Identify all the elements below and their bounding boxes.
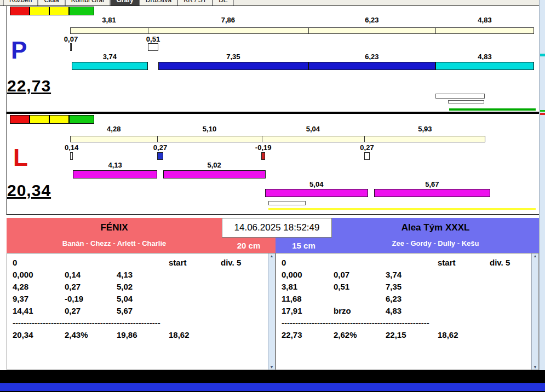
team-right-members: Zee - Gordy - Dully - Kešu	[332, 239, 539, 247]
table-cell: 3,74	[386, 270, 401, 279]
plan-bar-divider	[435, 27, 436, 34]
table-cell: 4,28	[13, 282, 28, 291]
table-cell: 6,23	[386, 294, 401, 303]
plan-bar-divider	[262, 136, 262, 142]
table-cell: 18,62	[169, 330, 190, 339]
run-segment-label: 5,02	[207, 161, 221, 169]
panel-bottom-line	[7, 214, 539, 215]
scroll-down-icon[interactable]: ▼	[532, 365, 538, 370]
lane-total: 20,34	[7, 181, 51, 200]
splits-table-left: 0startdiv. 50,0000,144,134,280,275,029,3…	[7, 253, 276, 370]
run-bar	[435, 62, 534, 70]
table-cell: 0,000	[282, 270, 302, 279]
handover-label: 0,27	[360, 143, 374, 152]
run-bar	[72, 62, 148, 70]
tab-grafy[interactable]: Grafy	[110, 0, 139, 6]
table-cell: 3,81	[282, 282, 297, 291]
scroll-down-icon[interactable]: ▼	[268, 365, 275, 370]
scroll-marker-green	[540, 110, 545, 112]
table-cell: 0,14	[65, 270, 81, 279]
table-cell: 0,51	[334, 282, 349, 291]
table-cell: 17,91	[282, 306, 302, 315]
table-cell: 14,41	[13, 306, 33, 315]
scroll-marker-red	[540, 113, 545, 115]
table-cell: 0,27	[65, 282, 81, 291]
legend-box	[49, 7, 69, 15]
plan-bar-divider	[364, 136, 365, 142]
table-left-scrollbar[interactable]: ▲ ▼	[268, 253, 275, 370]
tab-kombi-graf[interactable]: Kombi Graf	[65, 0, 111, 6]
legend-box	[10, 7, 30, 15]
handover-box	[148, 43, 158, 51]
tab-družstva[interactable]: Družstva	[140, 0, 177, 6]
legend-box	[69, 115, 94, 124]
table-cell: 2,43%	[65, 330, 88, 339]
handover-box	[364, 152, 370, 160]
panel-separator	[7, 112, 539, 114]
table-cell: start	[169, 258, 187, 267]
handover-label: 0,14	[65, 143, 78, 152]
plan-segment-label: 3,81	[102, 16, 116, 24]
table-cell: 20,34	[13, 330, 33, 339]
run-bar	[73, 170, 157, 178]
tab-bar: RozběhČidlaKombi GrafGrafyDružstvaKR / S…	[0, 0, 539, 6]
plan-segment-label: 6,23	[365, 16, 378, 24]
p-marker-box-1	[435, 94, 485, 99]
handover-label: -0,19	[255, 143, 272, 152]
table-cell: 2,62%	[334, 330, 357, 339]
tab-kr-st[interactable]: KR / ST	[177, 0, 213, 6]
plan-segment-label: 5,04	[306, 125, 320, 133]
run-segment-label: 5,67	[425, 180, 439, 188]
table-cell: 22,73	[282, 330, 302, 339]
handover-label: 0,51	[146, 35, 160, 43]
taskbar[interactable]	[0, 383, 545, 391]
run-bar	[265, 189, 368, 197]
app-window: RozběhČidlaKombi GrafGrafyDružstvaKR / S…	[0, 0, 545, 392]
table-cell: 4,83	[386, 306, 401, 315]
table-cell: 0	[13, 258, 17, 267]
tab-de[interactable]: DE	[213, 0, 234, 6]
team-right-distance: 15 cm	[276, 241, 332, 250]
table-cell: div. 5	[221, 258, 241, 267]
table-dash-row: ----------------------------------------…	[13, 318, 160, 327]
plan-segment-label: 4,83	[478, 16, 491, 24]
content-border	[6, 6, 7, 215]
table-cell: 0,000	[13, 270, 33, 279]
table-cell: 7,35	[386, 282, 401, 291]
legend-box	[10, 115, 30, 124]
datetime-display: 14.06.2025 18:52:49	[222, 218, 332, 238]
table-cell: 18,62	[438, 330, 458, 339]
p-marker-box-2	[448, 100, 484, 103]
splits-table-right: 0startdiv. 50,0000,073,743,810,517,3511,…	[276, 253, 539, 370]
run-segment-label: 4,13	[108, 161, 122, 169]
scroll-up-icon[interactable]: ▲	[532, 253, 538, 258]
run-bar	[308, 62, 435, 70]
table-cell: brzo	[334, 306, 351, 315]
table-cell: 5,04	[117, 294, 133, 303]
scroll-marker-cyan	[540, 54, 545, 56]
table-cell: start	[438, 258, 456, 267]
main-scrollbar[interactable]	[539, 0, 545, 370]
run-bar	[158, 62, 308, 70]
tab-čidla[interactable]: Čidla	[38, 0, 65, 6]
plan-segment-label: 7,86	[221, 16, 235, 24]
plan-bar-divider	[157, 136, 158, 142]
table-cell: 9,37	[13, 294, 28, 303]
scroll-up-icon[interactable]: ▲	[268, 253, 275, 258]
run-segment-label: 6,23	[365, 53, 378, 61]
l-progress-line	[268, 208, 536, 210]
plan-bar-divider	[308, 27, 309, 34]
table-cell: 5,67	[117, 306, 133, 315]
bottom-black-bar	[0, 370, 545, 383]
p-progress-line	[449, 108, 536, 111]
handover-label: 0,27	[153, 143, 167, 152]
run-segment-label: 5,04	[309, 180, 323, 188]
table-right-scrollbar[interactable]: ▲ ▼	[531, 253, 538, 370]
table-cell: 0	[282, 258, 286, 267]
lane-letter: P	[11, 38, 27, 62]
legend-box	[30, 7, 49, 15]
run-segment-label: 3,74	[103, 53, 117, 61]
tab-rozběh[interactable]: Rozběh	[3, 0, 38, 6]
team-left-members: Banán - Chezz - Arlett - Charlie	[7, 239, 222, 247]
table-cell: -0,19	[65, 294, 83, 303]
